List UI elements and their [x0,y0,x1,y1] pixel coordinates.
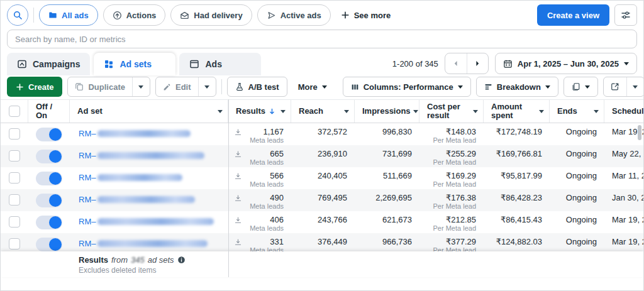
tab-ad-sets[interactable]: Ad sets [94,53,175,75]
header-off-on: Off / On [28,100,70,123]
row-checkbox[interactable] [9,150,20,162]
ends-cell: Ongoing [550,145,604,167]
duplicate-label: Duplicate [88,82,125,92]
download-icon[interactable] [234,238,242,246]
adset-name-link[interactable]: RM– [79,173,228,182]
row-checkbox[interactable] [9,128,20,140]
chevron-down-icon[interactable] [413,110,418,113]
view-settings-button[interactable] [614,4,637,26]
tab-label: Ad sets [119,59,152,69]
cost-per-result-type: Per Meta lead [419,136,484,145]
search-input[interactable] [7,30,637,48]
chevron-down-icon[interactable] [344,110,349,113]
row-toggle-on[interactable] [36,216,62,229]
download-icon[interactable] [234,150,242,158]
ads-manager-window: All ads Actions Had delivery Active ads [0,0,644,291]
next-page-button[interactable] [467,53,488,74]
cost-per-result-cell: ₹148.03 Per Meta lead [419,123,484,145]
header-results[interactable]: Results [228,100,291,123]
adset-name-link[interactable]: RM– [79,195,228,204]
duplicate-icon [75,82,84,91]
row-checkbox[interactable] [9,238,20,250]
calendar-icon [503,59,513,69]
adset-name-link[interactable]: RM– [79,129,228,138]
tab-campaigns[interactable]: Campaigns [7,53,90,75]
filter-pill-all-ads[interactable]: All ads [39,4,98,26]
info-icon[interactable] [177,256,186,264]
header-schedule[interactable]: Schedule [604,100,644,123]
ends-cell: Ongoing [550,211,604,233]
row-checkbox-cell [1,189,28,211]
sort-desc-icon [268,107,276,116]
ends-value: Ongoing [550,127,604,136]
adset-name-link[interactable]: RM– [79,239,228,248]
results-type: Meta leads [228,136,291,145]
export-dropdown-button[interactable] [626,77,644,96]
row-checkbox[interactable] [9,216,20,228]
header-reach[interactable]: Reach [291,100,355,123]
results-type: Meta leads [228,158,291,167]
tab-ads[interactable]: Ads [179,53,261,75]
ends-value: Ongoing [550,149,604,158]
chevron-down-icon[interactable] [280,110,286,113]
row-toggle-on[interactable] [36,194,62,207]
search-button[interactable] [7,4,28,26]
chevron-down-icon[interactable] [473,110,478,113]
see-more-button[interactable]: See more [336,11,396,20]
date-range-button[interactable]: Apr 1, 2025 – Jun 30, 2025 [495,53,637,74]
row-toggle-on[interactable] [36,128,62,141]
chevron-down-icon [138,85,143,89]
search-icon [13,10,23,20]
download-icon[interactable] [234,172,242,180]
vertical-scrollbar-thumb[interactable] [638,125,641,140]
row-toggle-cell [28,123,70,145]
header-ends[interactable]: Ends [550,100,604,123]
reach-cell: 240,405 [291,167,355,189]
ab-test-button[interactable]: A/B test [227,77,287,97]
columns-button[interactable]: Columns: Performance [343,77,471,97]
adset-name-link[interactable]: RM– [79,151,228,160]
header-ad-set[interactable]: Ad set [70,100,228,123]
header-impressions[interactable]: Impressions [355,100,419,123]
adset-name-prefix: RM– [79,129,96,138]
impressions-cell: 2,269,695 [355,189,419,211]
breakdown-button[interactable]: Breakdown [476,77,558,97]
download-icon[interactable] [234,128,242,136]
row-toggle-on[interactable] [36,150,62,163]
row-checkbox-cell [1,211,28,233]
create-button[interactable]: Create [7,77,62,97]
select-all-checkbox[interactable] [9,106,20,117]
chevron-down-icon [545,85,550,89]
chevron-down-icon[interactable] [218,110,223,113]
row-toggle-on[interactable] [36,238,62,251]
edit-dropdown-button[interactable] [198,77,216,96]
filter-pill-active-ads[interactable]: Active ads [257,4,331,26]
row-checkbox[interactable] [9,172,20,184]
download-icon[interactable] [234,194,242,202]
filter-pill-had-delivery[interactable]: Had delivery [170,4,252,26]
chevron-down-icon[interactable] [594,110,599,113]
breakdown-icon [484,83,492,91]
edit-button[interactable]: Edit [156,77,198,96]
adset-name-link[interactable]: RM– [79,217,228,226]
cost-per-result-cell: ₹176.38 Per Meta lead [419,189,484,211]
table-row: RM– 566 Meta leads 240,405 511,669 ₹169.… [1,167,643,189]
header-cost-per-result[interactable]: Cost per result [419,100,484,123]
row-toggle-on[interactable] [36,172,62,185]
download-icon[interactable] [234,216,242,224]
header-label: Ends [557,107,591,116]
header-amount-spent[interactable]: Amount spent [484,100,550,123]
ends-value: Ongoing [550,215,604,224]
export-button[interactable] [604,77,626,96]
chevron-down-icon[interactable] [539,110,544,113]
create-a-view-button[interactable]: Create a view [537,4,609,26]
filter-pill-actions[interactable]: Actions [103,4,166,26]
reports-button[interactable] [564,77,598,97]
more-button[interactable]: More [292,77,333,97]
reach-value: 769,495 [291,193,355,202]
duplicate-button[interactable]: Duplicate [68,77,132,96]
row-name-cell: RM– [70,211,228,233]
row-checkbox[interactable] [9,194,20,206]
previous-page-button[interactable] [445,53,467,74]
duplicate-dropdown-button[interactable] [132,77,150,96]
